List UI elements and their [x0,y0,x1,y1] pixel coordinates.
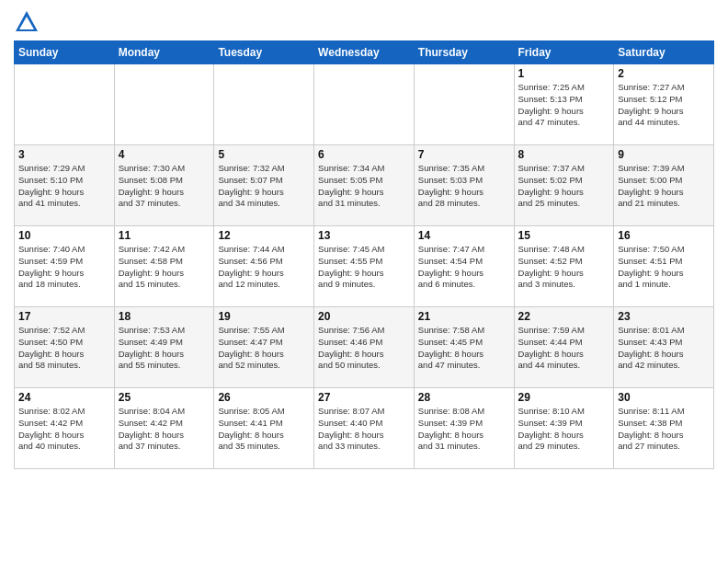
calendar-header-monday: Monday [114,41,214,64]
day-number: 18 [119,310,210,323]
calendar-week-row: 3Sunrise: 7:29 AM Sunset: 5:10 PM Daylig… [15,145,714,226]
day-info: Sunrise: 7:27 AM Sunset: 5:12 PM Dayligh… [618,82,710,129]
calendar-cell: 22Sunrise: 7:59 AM Sunset: 4:44 PM Dayli… [514,307,614,388]
day-number: 22 [518,310,610,323]
day-number: 29 [518,391,610,404]
calendar-cell: 2Sunrise: 7:27 AM Sunset: 5:12 PM Daylig… [614,64,714,145]
day-info: Sunrise: 7:52 AM Sunset: 4:50 PM Dayligh… [18,325,110,372]
day-info: Sunrise: 7:32 AM Sunset: 5:07 PM Dayligh… [218,163,310,210]
calendar-cell: 14Sunrise: 7:47 AM Sunset: 4:54 PM Dayli… [414,226,514,307]
calendar-cell: 6Sunrise: 7:34 AM Sunset: 5:05 PM Daylig… [314,145,415,226]
day-number: 12 [218,229,310,242]
day-info: Sunrise: 7:47 AM Sunset: 4:54 PM Dayligh… [418,244,510,291]
day-info: Sunrise: 7:37 AM Sunset: 5:02 PM Dayligh… [518,163,610,210]
calendar-cell: 12Sunrise: 7:44 AM Sunset: 4:56 PM Dayli… [214,226,314,307]
calendar-cell: 30Sunrise: 8:11 AM Sunset: 4:38 PM Dayli… [614,388,714,469]
calendar-cell: 21Sunrise: 7:58 AM Sunset: 4:45 PM Dayli… [414,307,514,388]
day-number: 11 [119,229,210,242]
header [14,9,714,35]
calendar-cell: 17Sunrise: 7:52 AM Sunset: 4:50 PM Dayli… [15,307,115,388]
day-number: 2 [618,67,710,80]
calendar-cell: 29Sunrise: 8:10 AM Sunset: 4:39 PM Dayli… [514,388,614,469]
day-info: Sunrise: 7:40 AM Sunset: 4:59 PM Dayligh… [18,244,110,291]
day-number: 30 [618,391,710,404]
calendar-cell: 25Sunrise: 8:04 AM Sunset: 4:42 PM Dayli… [114,388,214,469]
calendar-cell [414,64,514,145]
calendar-cell: 27Sunrise: 8:07 AM Sunset: 4:40 PM Dayli… [314,388,415,469]
calendar-cell: 7Sunrise: 7:35 AM Sunset: 5:03 PM Daylig… [414,145,514,226]
calendar-cell [314,64,415,145]
day-info: Sunrise: 7:59 AM Sunset: 4:44 PM Dayligh… [518,325,610,372]
day-number: 6 [318,148,410,161]
day-info: Sunrise: 7:29 AM Sunset: 5:10 PM Dayligh… [18,163,110,210]
calendar-header-tuesday: Tuesday [214,41,314,64]
calendar-cell [114,64,214,145]
day-info: Sunrise: 8:02 AM Sunset: 4:42 PM Dayligh… [18,406,110,453]
day-info: Sunrise: 7:25 AM Sunset: 5:13 PM Dayligh… [518,82,610,129]
calendar-cell: 23Sunrise: 8:01 AM Sunset: 4:43 PM Dayli… [614,307,714,388]
day-number: 25 [119,391,210,404]
day-info: Sunrise: 7:42 AM Sunset: 4:58 PM Dayligh… [119,244,210,291]
calendar-cell [15,64,115,145]
calendar-cell: 3Sunrise: 7:29 AM Sunset: 5:10 PM Daylig… [15,145,115,226]
calendar-cell: 16Sunrise: 7:50 AM Sunset: 4:51 PM Dayli… [614,226,714,307]
calendar-cell [214,64,314,145]
day-info: Sunrise: 7:45 AM Sunset: 4:55 PM Dayligh… [318,244,410,291]
day-info: Sunrise: 7:34 AM Sunset: 5:05 PM Dayligh… [318,163,410,210]
logo-icon [14,9,40,35]
calendar-cell: 24Sunrise: 8:02 AM Sunset: 4:42 PM Dayli… [15,388,115,469]
day-info: Sunrise: 7:35 AM Sunset: 5:03 PM Dayligh… [418,163,510,210]
day-number: 20 [318,310,410,323]
calendar-cell: 10Sunrise: 7:40 AM Sunset: 4:59 PM Dayli… [15,226,115,307]
calendar-table: SundayMondayTuesdayWednesdayThursdayFrid… [14,40,714,469]
calendar-cell: 8Sunrise: 7:37 AM Sunset: 5:02 PM Daylig… [514,145,614,226]
day-number: 4 [119,148,210,161]
day-info: Sunrise: 7:53 AM Sunset: 4:49 PM Dayligh… [119,325,210,372]
day-number: 1 [518,67,610,80]
calendar-header-wednesday: Wednesday [314,41,415,64]
day-info: Sunrise: 8:04 AM Sunset: 4:42 PM Dayligh… [119,406,210,453]
day-info: Sunrise: 7:44 AM Sunset: 4:56 PM Dayligh… [218,244,310,291]
calendar-cell: 28Sunrise: 8:08 AM Sunset: 4:39 PM Dayli… [414,388,514,469]
calendar-header-saturday: Saturday [614,41,714,64]
calendar-cell: 1Sunrise: 7:25 AM Sunset: 5:13 PM Daylig… [514,64,614,145]
calendar-cell: 19Sunrise: 7:55 AM Sunset: 4:47 PM Dayli… [214,307,314,388]
day-info: Sunrise: 8:11 AM Sunset: 4:38 PM Dayligh… [618,406,710,453]
day-number: 21 [418,310,510,323]
day-number: 15 [518,229,610,242]
day-info: Sunrise: 7:48 AM Sunset: 4:52 PM Dayligh… [518,244,610,291]
day-number: 14 [418,229,510,242]
day-number: 17 [18,310,110,323]
day-number: 24 [18,391,110,404]
day-number: 8 [518,148,610,161]
day-number: 3 [18,148,110,161]
day-info: Sunrise: 7:56 AM Sunset: 4:46 PM Dayligh… [318,325,410,372]
page-container: SundayMondayTuesdayWednesdayThursdayFrid… [0,0,728,478]
day-number: 5 [218,148,310,161]
calendar-header-sunday: Sunday [15,41,115,64]
calendar-cell: 9Sunrise: 7:39 AM Sunset: 5:00 PM Daylig… [614,145,714,226]
day-info: Sunrise: 8:10 AM Sunset: 4:39 PM Dayligh… [518,406,610,453]
logo [14,9,43,35]
calendar-cell: 15Sunrise: 7:48 AM Sunset: 4:52 PM Dayli… [514,226,614,307]
day-number: 10 [18,229,110,242]
day-info: Sunrise: 8:05 AM Sunset: 4:41 PM Dayligh… [218,406,310,453]
day-number: 13 [318,229,410,242]
calendar-week-row: 10Sunrise: 7:40 AM Sunset: 4:59 PM Dayli… [15,226,714,307]
calendar-header-row: SundayMondayTuesdayWednesdayThursdayFrid… [15,41,714,64]
day-number: 28 [418,391,510,404]
day-info: Sunrise: 8:01 AM Sunset: 4:43 PM Dayligh… [618,325,710,372]
day-number: 19 [218,310,310,323]
calendar-week-row: 24Sunrise: 8:02 AM Sunset: 4:42 PM Dayli… [15,388,714,469]
calendar-cell: 13Sunrise: 7:45 AM Sunset: 4:55 PM Dayli… [314,226,415,307]
day-info: Sunrise: 7:30 AM Sunset: 5:08 PM Dayligh… [119,163,210,210]
day-number: 16 [618,229,710,242]
calendar-cell: 4Sunrise: 7:30 AM Sunset: 5:08 PM Daylig… [114,145,214,226]
calendar-cell: 20Sunrise: 7:56 AM Sunset: 4:46 PM Dayli… [314,307,415,388]
calendar-week-row: 1Sunrise: 7:25 AM Sunset: 5:13 PM Daylig… [15,64,714,145]
day-info: Sunrise: 7:39 AM Sunset: 5:00 PM Dayligh… [618,163,710,210]
day-info: Sunrise: 7:58 AM Sunset: 4:45 PM Dayligh… [418,325,510,372]
day-number: 9 [618,148,710,161]
calendar-header-friday: Friday [514,41,614,64]
calendar-header-thursday: Thursday [414,41,514,64]
